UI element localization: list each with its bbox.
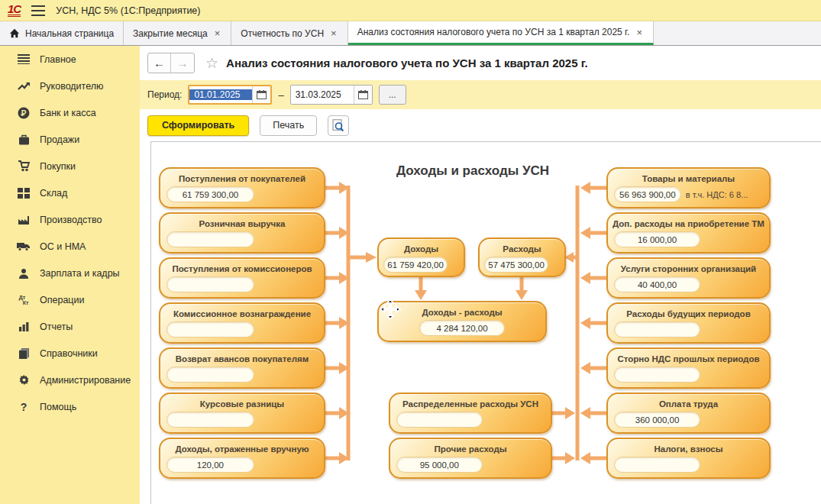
sidebar-item-label: Руководителю: [40, 81, 103, 92]
close-icon[interactable]: ×: [329, 27, 338, 40]
box-value: 61 759 420,00: [383, 257, 448, 273]
sidebar-item-main[interactable]: Главное: [0, 46, 140, 73]
sidebar-item-manager[interactable]: Руководителю: [0, 73, 140, 99]
box-exchange-differences[interactable]: Курсовые разницы: [159, 393, 325, 434]
box-value: 4 284 120,00: [419, 320, 504, 336]
window-title: УСН, НДС 5% (1С:Предприятие): [56, 5, 200, 16]
sidebar-item-administration[interactable]: Администрирование: [0, 367, 140, 393]
box-vat-reversal[interactable]: Сторно НДС прошлых периодов: [606, 347, 771, 389]
question-icon: ?: [17, 401, 31, 413]
box-commission-fee[interactable]: Комиссионное вознаграждение: [159, 302, 325, 344]
sidebar-item-label: Администрирование: [40, 375, 131, 386]
sidebar-item-label: Отчеты: [40, 321, 73, 332]
box-value: 16 000,00: [614, 231, 700, 247]
close-icon[interactable]: ×: [213, 27, 222, 40]
period-from-field[interactable]: 01.01.2025: [188, 85, 272, 105]
sidebar-item-reports[interactable]: Отчеты: [0, 313, 140, 340]
page-title: Анализ состояния налогового учета по УСН…: [226, 57, 588, 69]
truck-icon: [17, 241, 31, 253]
svg-text:P: P: [21, 108, 27, 117]
box-value: 40 400,00: [614, 276, 700, 292]
main-area: ← → ☆ Анализ состояния налогового учета …: [140, 46, 821, 504]
sidebar-item-payroll[interactable]: Зарплата и кадры: [0, 260, 140, 286]
box-expense-total[interactable]: Расходы 57 475 300,00: [478, 237, 566, 277]
box-receipts-from-buyers[interactable]: Поступления от покупателей 61 759 300,00: [159, 167, 325, 208]
back-button[interactable]: ←: [148, 53, 171, 73]
tab-label: Начальная страница: [25, 28, 114, 39]
box-value: [166, 276, 254, 292]
books-icon: [17, 347, 31, 360]
main-menu-icon[interactable]: [31, 5, 45, 16]
sidebar-item-purchases[interactable]: Покупки: [0, 153, 140, 179]
sidebar-item-directories[interactable]: Справочники: [0, 340, 140, 367]
main-menu-icon: [17, 53, 31, 66]
box-income-minus-expense[interactable]: Доходы - расходы 4 284 120,00: [377, 301, 547, 342]
sidebar-item-fixed-assets[interactable]: ОС и НМА: [0, 233, 140, 260]
nav-buttons: ← →: [147, 53, 195, 73]
move-cursor-icon: [379, 298, 402, 324]
box-value: 360 000,00: [614, 412, 700, 428]
tab-month-closing[interactable]: Закрытие месяца ×: [124, 21, 231, 45]
box-other-expenses[interactable]: Прочие расходы 95 000,00: [389, 438, 552, 479]
generate-button[interactable]: Сформировать: [147, 115, 249, 136]
box-value: 95 000,00: [396, 457, 483, 473]
box-value: [166, 412, 254, 428]
sidebar-item-sales[interactable]: Продажи: [0, 126, 140, 153]
calendar-icon[interactable]: [354, 86, 372, 104]
forward-button[interactable]: →: [171, 53, 194, 73]
print-preview-button[interactable]: [328, 115, 349, 136]
tab-label: Отчетность по УСН: [241, 28, 324, 39]
box-retail-revenue[interactable]: Розничная выручка: [159, 212, 325, 254]
period-to-value[interactable]: 31.03.2025: [291, 89, 354, 100]
diagram-title: Доходы и расходы УСН: [362, 163, 583, 179]
sidebar: Главное Руководителю P Банк и касса Прод…: [0, 46, 140, 504]
sidebar-item-bank-cash[interactable]: P Банк и касса: [0, 99, 140, 126]
action-bar: Сформировать Печать: [147, 114, 349, 137]
box-additional-tmc-expenses[interactable]: Доп. расходы на приобретение ТМЦ 16 000,…: [606, 212, 771, 254]
box-manual-income[interactable]: Доходы, отраженные вручную 120,00: [159, 438, 325, 479]
box-payroll-expense[interactable]: Оплата труда 360 000,00: [606, 393, 771, 434]
period-to-field[interactable]: 31.03.2025: [290, 85, 373, 105]
cart-icon: [17, 160, 31, 173]
tab-label: Закрытие месяца: [133, 28, 208, 39]
sidebar-item-label: Главное: [40, 54, 76, 65]
print-button[interactable]: Печать: [260, 115, 317, 136]
sidebar-item-label: Банк и касса: [40, 108, 96, 118]
box-deferred-expenses[interactable]: Расходы будущих периодов: [606, 302, 771, 344]
sidebar-item-operations[interactable]: ДтКт Операции: [0, 286, 140, 313]
box-income-total[interactable]: Доходы 61 759 420,00: [377, 237, 465, 277]
sidebar-item-label: Склад: [40, 188, 67, 199]
box-receipts-from-commissioners[interactable]: Поступления от комиссионеров: [159, 257, 325, 299]
box-goods-materials[interactable]: Товары и материалы 56 963 900,00в т.ч. Н…: [606, 167, 771, 208]
tab-usn-reporting[interactable]: Отчетность по УСН ×: [231, 21, 347, 45]
vat-note: в т.ч. НДС: 6 8...: [686, 190, 748, 199]
period-bar: Период: 01.01.2025 – 31.03.2025 ...: [140, 80, 821, 109]
tab-home[interactable]: Начальная страница: [0, 21, 124, 45]
close-icon[interactable]: ×: [635, 26, 644, 39]
box-value: [614, 457, 700, 473]
period-from-value[interactable]: 01.01.2025: [189, 89, 252, 100]
calendar-icon[interactable]: [252, 86, 270, 103]
period-label: Период:: [147, 89, 182, 100]
favorite-star-icon[interactable]: ☆: [205, 54, 218, 72]
sidebar-item-production[interactable]: Производство: [0, 206, 140, 233]
dt-kt-icon: ДтКт: [17, 294, 31, 306]
box-value: [614, 321, 700, 338]
box-third-party-services[interactable]: Услуги сторонних организаций 40 400,00: [606, 257, 771, 299]
period-dash: –: [278, 89, 283, 101]
sidebar-item-help[interactable]: ? Помощь: [0, 393, 140, 420]
sidebar-item-label: Продажи: [40, 134, 79, 145]
tab-label: Анализ состояния налогового учета по УСН…: [357, 27, 630, 37]
factory-icon: [17, 214, 31, 226]
gear-icon: [17, 374, 31, 386]
box-taxes-contributions[interactable]: Налоги, взносы: [606, 438, 771, 479]
tab-usn-analysis[interactable]: Анализ состояния налогового учета по УСН…: [348, 21, 654, 45]
box-value: [396, 412, 483, 428]
box-advance-returns[interactable]: Возврат авансов покупателям: [159, 347, 325, 389]
sidebar-item-warehouse[interactable]: Склад: [0, 179, 140, 206]
box-value: [614, 367, 700, 383]
box-value: 120,00: [166, 457, 254, 473]
box-allocated-usn-expenses[interactable]: Распределенные расходы УСН: [389, 393, 552, 434]
period-more-button[interactable]: ...: [379, 85, 406, 105]
bar-chart-icon: [17, 321, 31, 333]
